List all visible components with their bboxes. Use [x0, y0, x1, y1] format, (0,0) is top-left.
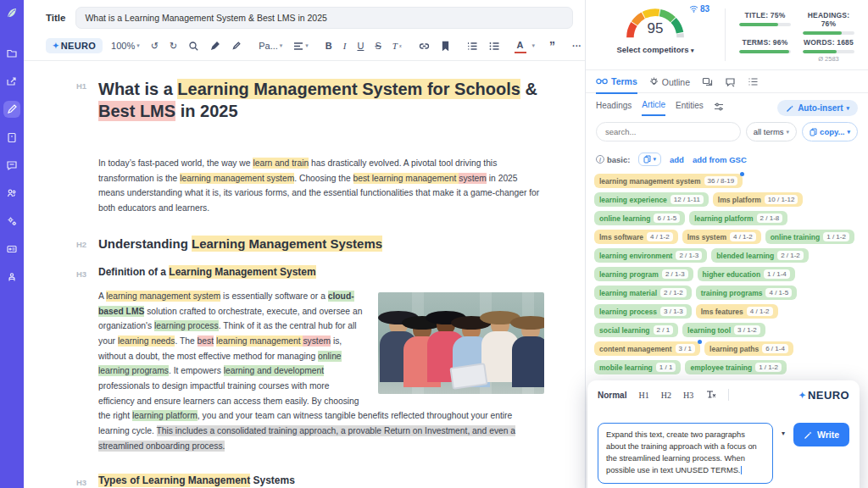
- doc-text[interactable]: In today’s fast-paced world, the way we …: [98, 156, 544, 216]
- term-count: 4 / 1-2: [747, 307, 773, 316]
- term-badge[interactable]: social learning2 / 1: [594, 323, 678, 337]
- doc-heading-block[interactable]: H2Understanding Learning Management Syst…: [76, 236, 544, 251]
- term-badge[interactable]: lms software4 / 1-2: [594, 230, 678, 244]
- competitor-pages-icon[interactable]: [702, 77, 713, 93]
- doc-text[interactable]: A learning management system is essentia…: [98, 289, 544, 454]
- tab-terms[interactable]: Terms: [596, 76, 637, 94]
- settings-gears-icon[interactable]: [3, 213, 20, 230]
- term-badge[interactable]: lms system4 / 1-2: [682, 230, 761, 244]
- pencil-icon[interactable]: [229, 39, 244, 53]
- ordered-list-icon[interactable]: [465, 40, 481, 53]
- doc-text[interactable]: Types of Learning Management Systems: [98, 474, 544, 487]
- term-badge[interactable]: training programs4 / 1-5: [696, 286, 797, 300]
- title-input[interactable]: [75, 7, 573, 29]
- undo-button[interactable]: ↺: [148, 39, 161, 53]
- projects-folder-icon[interactable]: [3, 45, 20, 62]
- checklist-icon[interactable]: [748, 77, 759, 92]
- tab-outline[interactable]: Outline: [649, 77, 690, 93]
- term-badge[interactable]: online training1 / 1-2: [765, 230, 854, 244]
- term-badge[interactable]: learning experience12 / 1-11: [594, 192, 709, 207]
- doc-text[interactable]: Understanding Learning Management System…: [98, 236, 544, 251]
- term-text: social learning: [599, 326, 650, 335]
- subtab-headings[interactable]: Headings: [596, 101, 632, 115]
- community-users-icon[interactable]: [3, 185, 20, 202]
- add-from-gsc-link[interactable]: add from GSC: [693, 155, 747, 164]
- term-badge[interactable]: blended learning2 / 1-2: [711, 248, 809, 263]
- subtab-article[interactable]: Article: [642, 100, 665, 116]
- term-count: 2 / 1-2: [660, 288, 687, 297]
- doc-text[interactable]: Definition of a Learning Management Syst…: [98, 266, 544, 279]
- integrations-icon[interactable]: [3, 269, 20, 286]
- id-card-icon[interactable]: [3, 241, 20, 258]
- doc-heading-block[interactable]: H3Definition of a Learning Management Sy…: [76, 266, 544, 279]
- more-options-button[interactable]: ···: [570, 39, 584, 53]
- align-select[interactable]: ▾: [291, 40, 311, 53]
- search-icon[interactable]: [186, 39, 202, 53]
- text-color-caret[interactable]: ▾: [532, 42, 536, 49]
- bold-button[interactable]: B: [323, 39, 335, 53]
- term-badge[interactable]: learning program2 / 1-3: [594, 267, 693, 281]
- chat-feedback-icon[interactable]: [3, 157, 20, 174]
- bookmark-icon[interactable]: [438, 39, 453, 53]
- terms-search-input[interactable]: [596, 122, 741, 141]
- ai-prompt-presets-caret[interactable]: ▾: [778, 423, 788, 444]
- add-term-link[interactable]: add: [670, 155, 684, 164]
- clipboard-icon[interactable]: [3, 129, 20, 146]
- document-content[interactable]: H1What is a Learning Management System f…: [24, 61, 585, 488]
- text-color-select[interactable]: A: [515, 39, 526, 53]
- strikethrough-button[interactable]: S: [372, 39, 383, 53]
- editor-pen-icon[interactable]: [3, 101, 20, 118]
- filter-sliders-icon[interactable]: [714, 103, 724, 114]
- term-badge[interactable]: content management3 / 1: [594, 341, 700, 356]
- auto-insert-button[interactable]: Auto-insert▾: [777, 100, 858, 116]
- term-badge[interactable]: learning material2 / 1-2: [594, 286, 692, 300]
- idea-bulb-icon: [649, 77, 659, 87]
- paragraph-style-select[interactable]: Pa...▾: [256, 39, 285, 53]
- doc-paragraph-block[interactable]: In today’s fast-paced world, the way we …: [76, 156, 544, 216]
- term-badge[interactable]: learning environment2 / 1-3: [594, 248, 707, 263]
- doc-text[interactable]: What is a Learning Management System for…: [98, 78, 544, 122]
- subtab-entities[interactable]: Entities: [676, 101, 704, 115]
- clear-format-button[interactable]: Tx: [390, 39, 404, 53]
- link-icon[interactable]: [416, 39, 432, 53]
- term-badge[interactable]: lms platform10 / 1-12: [713, 192, 804, 207]
- doc-paragraph-block[interactable]: A learning management system is essentia…: [76, 289, 544, 454]
- ai-write-button[interactable]: Write: [793, 423, 849, 446]
- ai-prompt-input[interactable]: Expand this text, create two paragraphs …: [598, 423, 773, 484]
- redo-button[interactable]: ↻: [167, 39, 180, 53]
- share-export-icon[interactable]: [3, 73, 20, 90]
- app-logo-feather-icon[interactable]: [3, 5, 20, 22]
- term-badge[interactable]: learning platform2 / 1-8: [689, 211, 787, 225]
- glasses-icon: [596, 77, 608, 85]
- copy-terms-dropdown[interactable]: copy...▾: [802, 122, 858, 141]
- blockquote-button[interactable]: ”: [547, 37, 558, 54]
- term-badge[interactable]: higher education1 / 1-4: [698, 267, 795, 281]
- term-text: employee training: [690, 363, 752, 372]
- bullet-list-icon[interactable]: [487, 40, 503, 53]
- zoom-select[interactable]: 100%▾: [108, 39, 142, 53]
- comments-icon[interactable]: [725, 77, 736, 93]
- term-text: mobile learning: [599, 363, 653, 372]
- underline-button[interactable]: U: [354, 39, 366, 53]
- doc-heading-block[interactable]: H1What is a Learning Management System f…: [76, 78, 544, 122]
- ai-format-h1[interactable]: H1: [638, 391, 648, 400]
- ai-format-h2[interactable]: H2: [661, 391, 671, 400]
- term-badge[interactable]: employee training1 / 1-2: [685, 360, 786, 374]
- ai-format-h3[interactable]: H3: [683, 391, 693, 400]
- doc-heading-block[interactable]: H3Types of Learning Management Systems: [76, 474, 544, 487]
- term-badge[interactable]: lms features4 / 1-2: [696, 304, 778, 319]
- highlighted-term: Learning Management System for Schools: [177, 79, 520, 99]
- term-badge[interactable]: online learning6 / 1-5: [594, 211, 685, 225]
- term-badge[interactable]: learning management system36 / 8-19: [594, 174, 743, 188]
- ai-format-normal[interactable]: Normal: [598, 391, 626, 400]
- ai-clear-format-icon[interactable]: [705, 387, 716, 402]
- terms-filter-dropdown[interactable]: all terms▾: [746, 122, 797, 141]
- term-badge[interactable]: learning tool3 / 1-2: [682, 323, 765, 337]
- highlight-pen-icon[interactable]: [208, 39, 223, 53]
- term-badge[interactable]: learning process3 / 1-3: [594, 304, 692, 319]
- select-competitors-dropdown[interactable]: Select competitors ▾: [616, 45, 693, 54]
- term-badge[interactable]: mobile learning1 / 1: [594, 360, 681, 374]
- term-badge[interactable]: learning paths6 / 1-4: [704, 341, 793, 356]
- italic-button[interactable]: I: [341, 39, 349, 53]
- basic-copy-dropdown[interactable]: ▾: [638, 152, 661, 166]
